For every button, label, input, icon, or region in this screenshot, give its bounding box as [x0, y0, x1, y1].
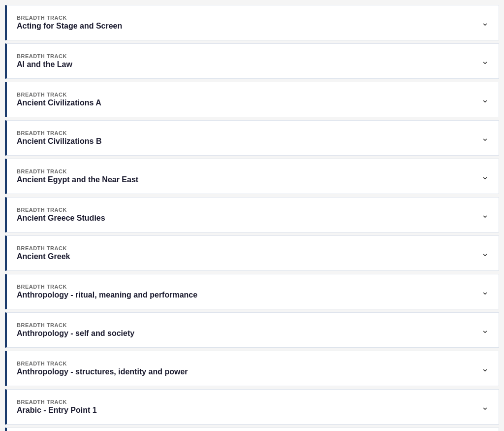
chevron-down-icon: ⌄ [481, 133, 489, 143]
accordion-content: BREADTH TRACK Ancient Greece Studies [17, 207, 105, 223]
chevron-down-icon: ⌄ [481, 248, 489, 259]
accordion-item-anthropology-self[interactable]: BREADTH TRACK Anthropology - self and so… [5, 312, 499, 348]
accordion-item-ai-law[interactable]: BREADTH TRACK AI and the Law ⌄ [5, 43, 499, 79]
track-label-anthropology-ritual: BREADTH TRACK [17, 284, 197, 290]
track-title-ancient-civ-a: Ancient Civilizations A [17, 99, 101, 107]
accordion-content: BREADTH TRACK Anthropology - self and so… [17, 322, 134, 338]
accordion-item-ancient-greece[interactable]: BREADTH TRACK Ancient Greece Studies ⌄ [5, 197, 499, 232]
track-label-ancient-egypt: BREADTH TRACK [17, 168, 138, 174]
track-label-ancient-greek: BREADTH TRACK [17, 245, 70, 251]
accordion-content: BREADTH TRACK AI and the Law [17, 53, 72, 69]
track-label-acting-stage-screen: BREADTH TRACK [17, 15, 122, 21]
accordion-item-ancient-civ-a[interactable]: BREADTH TRACK Ancient Civilizations A ⌄ [5, 82, 499, 117]
accordion-item-ancient-egypt[interactable]: BREADTH TRACK Ancient Egypt and the Near… [5, 159, 499, 194]
accordion-item-anthropology-structures[interactable]: BREADTH TRACK Anthropology - structures,… [5, 351, 499, 386]
track-label-ancient-greece: BREADTH TRACK [17, 207, 105, 213]
track-label-ancient-civ-b: BREADTH TRACK [17, 130, 101, 136]
track-title-arabic-1: Arabic - Entry Point 1 [17, 406, 97, 415]
track-label-ai-law: BREADTH TRACK [17, 53, 72, 59]
accordion-content: BREADTH TRACK Ancient Greek [17, 245, 70, 261]
chevron-down-icon: ⌄ [481, 325, 489, 335]
accordion-list: BREADTH TRACK Acting for Stage and Scree… [5, 5, 499, 431]
track-title-anthropology-self: Anthropology - self and society [17, 329, 134, 338]
accordion-content: BREADTH TRACK Arabic - Entry Point 1 [17, 399, 97, 415]
accordion-item-arabic-5[interactable]: BREADTH TRACK Arabic - Entry Point 5 ⌄ [5, 428, 499, 431]
chevron-down-icon: ⌄ [481, 171, 489, 182]
accordion-item-ancient-civ-b[interactable]: BREADTH TRACK Ancient Civilizations B ⌄ [5, 120, 499, 156]
accordion-content: BREADTH TRACK Anthropology - structures,… [17, 361, 188, 376]
track-title-ancient-civ-b: Ancient Civilizations B [17, 137, 101, 146]
accordion-content: BREADTH TRACK Ancient Civilizations A [17, 92, 101, 107]
track-title-ancient-greek: Ancient Greek [17, 252, 70, 261]
track-title-ai-law: AI and the Law [17, 60, 72, 69]
track-title-acting-stage-screen: Acting for Stage and Screen [17, 22, 122, 31]
track-title-ancient-greece: Ancient Greece Studies [17, 214, 105, 223]
accordion-content: BREADTH TRACK Anthropology - ritual, mea… [17, 284, 197, 299]
track-label-anthropology-self: BREADTH TRACK [17, 322, 134, 328]
track-label-arabic-1: BREADTH TRACK [17, 399, 97, 405]
accordion-item-arabic-1[interactable]: BREADTH TRACK Arabic - Entry Point 1 ⌄ [5, 389, 499, 425]
chevron-down-icon: ⌄ [481, 17, 489, 28]
track-title-anthropology-structures: Anthropology - structures, identity and … [17, 367, 188, 376]
accordion-item-anthropology-ritual[interactable]: BREADTH TRACK Anthropology - ritual, mea… [5, 274, 499, 309]
chevron-down-icon: ⌄ [481, 286, 489, 297]
chevron-down-icon: ⌄ [481, 401, 489, 412]
track-label-ancient-civ-a: BREADTH TRACK [17, 92, 101, 98]
accordion-content: BREADTH TRACK Ancient Egypt and the Near… [17, 168, 138, 184]
chevron-down-icon: ⌄ [481, 363, 489, 374]
accordion-item-ancient-greek[interactable]: BREADTH TRACK Ancient Greek ⌄ [5, 235, 499, 271]
chevron-down-icon: ⌄ [481, 209, 489, 220]
chevron-down-icon: ⌄ [481, 56, 489, 66]
accordion-item-acting-stage-screen[interactable]: BREADTH TRACK Acting for Stage and Scree… [5, 5, 499, 40]
track-label-anthropology-structures: BREADTH TRACK [17, 361, 188, 366]
accordion-content: BREADTH TRACK Acting for Stage and Scree… [17, 15, 122, 31]
chevron-down-icon: ⌄ [481, 94, 489, 105]
track-title-ancient-egypt: Ancient Egypt and the Near East [17, 175, 138, 184]
track-title-anthropology-ritual: Anthropology - ritual, meaning and perfo… [17, 291, 197, 299]
accordion-content: BREADTH TRACK Ancient Civilizations B [17, 130, 101, 146]
